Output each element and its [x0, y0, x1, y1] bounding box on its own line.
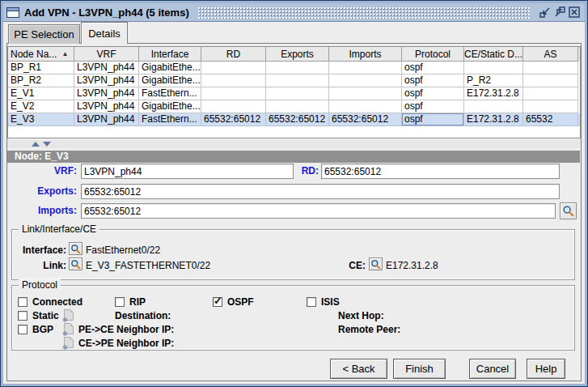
splitter-collapse-up-icon[interactable]: [32, 142, 40, 147]
cell-exports: [266, 62, 329, 74]
protocol-group-title: Protocol: [19, 279, 61, 291]
table-row-e-v2[interactable]: E_V2 L3VPN_ph44 GigabitEthe... ospf: [8, 100, 580, 113]
connected-checkbox[interactable]: [18, 297, 27, 307]
interface-browse-button[interactable]: [69, 242, 82, 255]
static-add-icon[interactable]: [64, 309, 74, 321]
imports-label: Imports:: [7, 203, 77, 219]
column-header-interface[interactable]: Interface: [139, 47, 201, 62]
add-vpn-dialog: Add VPN - L3VPN_ph44 (5 items): [0, 0, 588, 387]
cell-node: E_V3: [8, 113, 74, 126]
isis-checkbox[interactable]: [307, 297, 316, 307]
titlebar-texture: [197, 6, 530, 19]
rip-label: RIP: [129, 296, 146, 308]
cell-rd: [201, 87, 266, 100]
cell-protocol: ospf: [402, 100, 464, 113]
magnifier-icon: [370, 259, 381, 270]
bgp-checkbox[interactable]: [18, 325, 27, 334]
rd-field[interactable]: [321, 164, 560, 179]
cell-exports: [266, 74, 329, 87]
column-header-imports[interactable]: Imports: [329, 47, 402, 62]
ospf-label: OSPF: [227, 296, 254, 308]
ce-browse-button[interactable]: [369, 257, 383, 270]
help-button[interactable]: Help: [527, 359, 565, 379]
minimize-icon[interactable]: [538, 6, 552, 19]
cell-rd: [201, 100, 266, 113]
table-row-bp-r2[interactable]: BP_R2 L3VPN_ph44 GigabitEthe... ospf P_R…: [8, 74, 580, 87]
column-header-vrf[interactable]: VRF: [74, 47, 139, 62]
exports-label: Exports:: [7, 184, 77, 199]
cell-interface: GigabitEthe...: [139, 74, 201, 87]
cell-protocol: ospf: [402, 87, 464, 100]
column-header-exports[interactable]: Exports: [266, 47, 329, 62]
cell-imports: [329, 74, 402, 87]
magnifier-icon: [562, 205, 574, 217]
cell-ce-static: E172.31.2.8: [464, 87, 523, 100]
static-checkbox[interactable]: [18, 311, 27, 321]
exports-field[interactable]: [81, 184, 560, 199]
cell-exports: [266, 100, 329, 113]
static-label: Static: [32, 309, 59, 322]
rd-label: RD:: [267, 164, 319, 179]
cell-vrf: L3VPN_ph44: [74, 87, 139, 100]
isis-label: ISIS: [321, 296, 340, 308]
cell-interface: GigabitEthe...: [139, 62, 201, 74]
cell-vrf: L3VPN_ph44: [74, 100, 139, 113]
title-bar[interactable]: Add VPN - L3VPN_ph44 (5 items): [3, 3, 585, 22]
table-row-e-v3-selected[interactable]: E_V3 L3VPN_ph44 FastEthern... 65532:6501…: [8, 113, 580, 126]
cell-protocol: ospf: [402, 113, 464, 126]
cell-exports: 65532:65012: [266, 113, 329, 126]
column-header-ce-static[interactable]: CE/Static D...: [464, 47, 523, 62]
link-value: E_V3_FASTETHERNET0/22: [86, 259, 210, 272]
cell-interface: GigabitEthe...: [139, 100, 201, 113]
close-icon[interactable]: [567, 6, 582, 19]
tab-pe-selection[interactable]: PE Selection: [8, 24, 80, 44]
back-button[interactable]: < Back: [330, 359, 387, 379]
cell-imports: [329, 100, 402, 113]
table-row-bp-r1[interactable]: BP_R1 L3VPN_ph44 GigabitEthe... ospf: [8, 62, 580, 74]
cell-node: E_V1: [8, 87, 74, 100]
vrf-field[interactable]: [81, 164, 294, 179]
link-browse-button[interactable]: [69, 257, 82, 270]
cell-ce-static: [464, 100, 523, 113]
column-header-rd[interactable]: RD: [201, 47, 266, 62]
cell-vrf: L3VPN_ph44: [74, 113, 139, 126]
imports-field[interactable]: [81, 203, 556, 219]
ospf-checkbox[interactable]: [213, 297, 222, 307]
cell-as: [523, 62, 578, 74]
interface-value: FastEthernet0/22: [86, 244, 160, 257]
interface-label: Interface:: [16, 244, 66, 257]
splitter-collapse-down-icon[interactable]: [43, 142, 51, 147]
tab-details[interactable]: Details: [81, 22, 128, 44]
cell-ce-static: [464, 62, 523, 74]
window-icon: [6, 7, 19, 18]
imports-browse-button[interactable]: [560, 202, 577, 219]
maximize-icon[interactable]: [552, 6, 567, 19]
vrf-label: VRF:: [7, 164, 77, 179]
cancel-button[interactable]: Cancel: [469, 359, 516, 379]
destination-label: Destination:: [115, 309, 171, 322]
pe-ce-add-icon[interactable]: [64, 323, 74, 334]
finish-button[interactable]: Finish: [393, 359, 446, 379]
column-header-protocol[interactable]: Protocol: [402, 47, 464, 62]
connected-label: Connected: [32, 296, 82, 308]
cell-as: 65532: [523, 113, 578, 126]
column-header-as[interactable]: AS: [523, 47, 578, 62]
rip-checkbox[interactable]: [115, 297, 125, 307]
cell-protocol: ospf: [402, 74, 464, 87]
cell-vrf: L3VPN_ph44: [74, 62, 139, 74]
tab-details-label: Details: [88, 28, 121, 40]
ce-pe-add-icon[interactable]: [64, 337, 74, 348]
cell-interface: FastEthern...: [139, 113, 201, 126]
cell-ce-static: P_R2: [464, 74, 523, 87]
split-divider[interactable]: [7, 140, 581, 148]
cell-as: [523, 87, 578, 100]
table-row-e-v1[interactable]: E_V1 L3VPN_ph44 FastEthern... ospf E172.…: [8, 87, 580, 100]
link-label: Link:: [16, 259, 66, 272]
cell-imports: [329, 87, 402, 100]
ce-pe-neighbor-label: CE->PE Neighbor IP:: [78, 337, 174, 350]
sort-asc-icon: ▲: [61, 50, 68, 57]
cell-ce-static: E172.31.2.8: [464, 113, 523, 126]
column-header-node[interactable]: Node Na... ▲: [8, 47, 74, 62]
link-group-title: Link/Interface/CE: [19, 223, 99, 235]
cell-node: BP_R1: [8, 62, 74, 74]
